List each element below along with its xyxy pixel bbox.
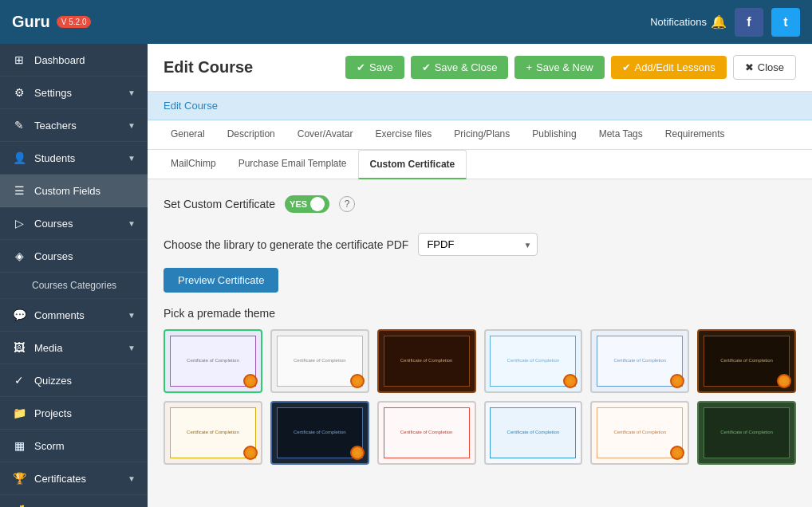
sidebar-item-courses-categories[interactable]: Courses Categories bbox=[0, 273, 148, 299]
tab-cover-avatar[interactable]: Cover/Avatar bbox=[286, 120, 365, 149]
help-icon[interactable]: ? bbox=[339, 196, 355, 212]
breadcrumb-text: Edit Course bbox=[164, 100, 218, 112]
medal-icon bbox=[350, 446, 365, 460]
sidebar-item-teachers[interactable]: ✎ Teachers ▼ bbox=[0, 109, 148, 142]
sidebar-item-scorm[interactable]: ▦ Scorm bbox=[0, 430, 148, 462]
content-area: Edit Course ✔ Save ✔ Save & Close + Save… bbox=[148, 44, 812, 507]
theme-card-3[interactable]: Certificate of Completion bbox=[377, 329, 476, 393]
sidebar-item-media[interactable]: 🖼 Media ▼ bbox=[0, 332, 148, 364]
tab-purchase-email-template[interactable]: Purchase Email Template bbox=[227, 150, 358, 179]
tab-meta-tags[interactable]: Meta Tags bbox=[588, 120, 654, 149]
tab-pricing-plans[interactable]: Pricing/Plans bbox=[443, 120, 521, 149]
custom-fields-icon: ☰ bbox=[12, 184, 26, 197]
sidebar-item-label: Courses bbox=[34, 218, 73, 230]
theme-card-12[interactable]: Certificate of Completion bbox=[697, 401, 796, 465]
bell-icon: 🔔 bbox=[711, 14, 727, 29]
sidebar-item-label: Custom Fields bbox=[34, 185, 101, 197]
save-icon: ✔ bbox=[357, 61, 365, 73]
theme-card-2[interactable]: Certificate of Completion bbox=[270, 329, 369, 393]
toggle-circle bbox=[310, 197, 325, 211]
tab-general[interactable]: General bbox=[160, 120, 216, 149]
sidebar-item-students[interactable]: 👤 Students ▼ bbox=[0, 142, 148, 175]
sidebar: ⊞ Dashboard ⚙ Settings ▼ ✎ Teachers ▼ 👤 … bbox=[0, 44, 148, 507]
sidebar-item-dashboard[interactable]: ⊞ Dashboard bbox=[0, 44, 148, 77]
sidebar-item-label: Projects bbox=[34, 407, 72, 419]
close-button[interactable]: ✖ Close bbox=[733, 55, 796, 80]
sidebar-item-finances[interactable]: 💰 Finances ▼ bbox=[0, 495, 148, 507]
twitter-button[interactable]: t bbox=[771, 8, 800, 37]
facebook-button[interactable]: f bbox=[735, 8, 763, 37]
sidebar-item-comments[interactable]: 💬 Comments ▼ bbox=[0, 299, 148, 332]
version-badge: V 5.2.0 bbox=[57, 16, 92, 28]
courses-categories-label: Courses Categories bbox=[32, 280, 116, 291]
theme-card-4[interactable]: Certificate of Completion bbox=[484, 329, 583, 393]
media-icon: 🖼 bbox=[12, 341, 26, 354]
settings-icon: ⚙ bbox=[12, 86, 26, 99]
sidebar-item-certificates[interactable]: 🏆 Certificates ▼ bbox=[0, 462, 148, 495]
toggle-label: YES bbox=[290, 199, 307, 209]
library-select[interactable]: FPDF TCPDF mPDF bbox=[418, 233, 538, 256]
sidebar-item-custom-fields[interactable]: ☰ Custom Fields bbox=[0, 175, 148, 207]
tab-custom-certificate[interactable]: Custom Certificate bbox=[358, 150, 467, 179]
theme-card-9[interactable]: Certificate of Completion bbox=[377, 401, 476, 465]
dashboard-icon: ⊞ bbox=[12, 53, 26, 66]
notifications-button[interactable]: Notifications 🔔 bbox=[650, 14, 727, 29]
preview-certificate-button[interactable]: Preview Certificate bbox=[164, 268, 278, 293]
sidebar-item-quizzes[interactable]: ✓ Quizzes bbox=[0, 364, 148, 397]
toggle-switch[interactable]: YES bbox=[285, 195, 329, 213]
medal-icon bbox=[243, 374, 258, 388]
edit-icon: ✔ bbox=[622, 61, 631, 73]
x-icon: ✖ bbox=[745, 61, 754, 73]
pick-theme-label: Pick a premade theme bbox=[164, 307, 796, 320]
save-close-button[interactable]: ✔ Save & Close bbox=[411, 56, 509, 79]
tab-mailchimp[interactable]: MailChimp bbox=[160, 150, 227, 179]
sidebar-item-settings[interactable]: ⚙ Settings ▼ bbox=[0, 77, 148, 109]
sidebar-item-projects[interactable]: 📁 Projects bbox=[0, 397, 148, 430]
projects-icon: 📁 bbox=[12, 407, 26, 419]
tab-publishing[interactable]: Publishing bbox=[521, 120, 587, 149]
theme-card-10[interactable]: Certificate of Completion bbox=[484, 401, 583, 465]
tabs-row-1: General Description Cover/Avatar Exercis… bbox=[148, 120, 812, 150]
page-title: Edit Course bbox=[164, 58, 339, 77]
theme-card-11[interactable]: Certificate of Completion bbox=[590, 401, 689, 465]
chevron-icon: ▼ bbox=[128, 311, 136, 320]
chevron-icon: ▼ bbox=[128, 88, 136, 97]
medal-icon bbox=[350, 374, 365, 388]
theme-card-6[interactable]: Certificate of Completion bbox=[697, 329, 796, 393]
sidebar-item-courses2[interactable]: ◈ Courses bbox=[0, 240, 148, 273]
theme-card-5[interactable]: Certificate of Completion bbox=[590, 329, 689, 393]
comments-icon: 💬 bbox=[12, 309, 26, 321]
sidebar-item-label: Scorm bbox=[34, 440, 65, 452]
sidebar-item-courses[interactable]: ▷ Courses ▼ bbox=[0, 207, 148, 240]
top-bar: Edit Course ✔ Save ✔ Save & Close + Save… bbox=[148, 44, 812, 92]
save-new-button[interactable]: + Save & New bbox=[514, 56, 604, 79]
breadcrumb: Edit Course bbox=[148, 92, 812, 120]
add-edit-lessons-button[interactable]: ✔ Add/Edit Lessons bbox=[611, 56, 727, 79]
theme-card-1[interactable]: Certificate of Completion bbox=[164, 329, 262, 393]
logo-area: Guru V 5.2.0 bbox=[12, 13, 91, 31]
tab-description[interactable]: Description bbox=[216, 120, 286, 149]
header: Guru V 5.2.0 Notifications 🔔 f t bbox=[0, 0, 812, 44]
check-icon: ✔ bbox=[422, 61, 431, 73]
sidebar-item-label: Comments bbox=[34, 309, 85, 321]
tab-exercise-files[interactable]: Exercise files bbox=[365, 120, 443, 149]
sidebar-item-label: Dashboard bbox=[34, 54, 85, 66]
tab-requirements[interactable]: Requirements bbox=[654, 120, 736, 149]
medal-icon bbox=[777, 374, 791, 388]
sidebar-item-label: Students bbox=[34, 152, 75, 164]
library-label: Choose the library to generate the certi… bbox=[164, 238, 408, 251]
inner-content: Set Custom Certificate YES ? Choose the … bbox=[148, 179, 812, 507]
chevron-icon: ▼ bbox=[128, 121, 136, 130]
scorm-icon: ▦ bbox=[12, 439, 26, 452]
theme-card-7[interactable]: Certificate of Completion bbox=[164, 401, 262, 465]
theme-card-8[interactable]: Certificate of Completion bbox=[270, 401, 369, 465]
library-select-wrapper: FPDF TCPDF mPDF ▼ bbox=[418, 233, 538, 256]
set-custom-cert-row: Set Custom Certificate YES ? bbox=[164, 195, 796, 213]
sidebar-item-label: Quizzes bbox=[34, 375, 72, 387]
courses2-icon: ◈ bbox=[12, 250, 26, 262]
chevron-icon: ▼ bbox=[128, 344, 136, 352]
save-button[interactable]: ✔ Save bbox=[345, 56, 404, 79]
themes-grid: Certificate of Completion Certificate of… bbox=[164, 329, 796, 465]
certificates-icon: 🏆 bbox=[12, 472, 26, 485]
students-icon: 👤 bbox=[12, 151, 26, 164]
